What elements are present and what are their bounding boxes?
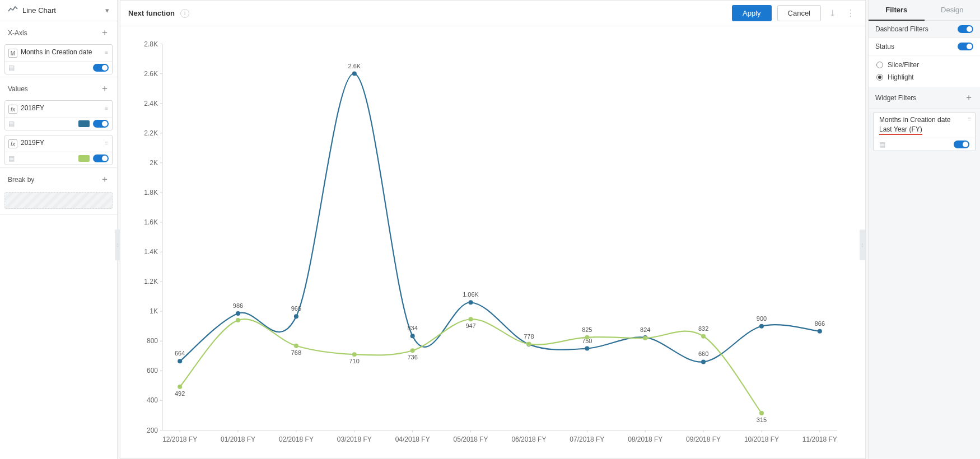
field-toggle[interactable] — [93, 64, 109, 72]
series-color-swatch[interactable] — [78, 155, 90, 162]
svg-point-95 — [759, 411, 764, 415]
add-widget-filter-button[interactable]: ＋ — [964, 92, 973, 104]
svg-point-60 — [352, 72, 357, 76]
svg-point-81 — [294, 344, 298, 348]
svg-text:866: 866 — [815, 320, 825, 327]
svg-text:800: 800 — [147, 337, 158, 345]
svg-point-64 — [469, 300, 473, 305]
chart-area: 2004006008001K1.2K1.4K1.6K1.8K2K2.2K2.4K… — [120, 26, 865, 459]
svg-point-89 — [526, 342, 531, 346]
svg-text:01/2018 FY: 01/2018 FY — [221, 435, 255, 443]
tab-design[interactable]: Design — [925, 0, 981, 20]
left-panel: Line Chart ▾ X-Axis ＋ M Months in Creati… — [0, 0, 118, 459]
svg-text:09/2018 FY: 09/2018 FY — [686, 435, 721, 443]
tab-filters[interactable]: Filters — [869, 0, 925, 21]
svg-point-83 — [352, 352, 357, 357]
xaxis-item-label: Months in Creation date — [21, 48, 92, 57]
svg-text:03/2018 FY: 03/2018 FY — [337, 435, 372, 443]
svg-point-72 — [701, 359, 706, 364]
chart-type-selector[interactable]: Line Chart ▾ — [0, 0, 117, 21]
radio-highlight[interactable]: Highlight — [869, 71, 980, 83]
radio-slice-filter[interactable]: Slice/Filter — [869, 59, 980, 71]
widget-filter-value[interactable]: Last Year (FY) — [874, 125, 975, 138]
svg-text:11/2018 FY: 11/2018 FY — [802, 435, 837, 443]
svg-point-68 — [585, 346, 589, 351]
svg-text:664: 664 — [175, 350, 185, 357]
svg-text:824: 824 — [640, 326, 650, 333]
drag-handle-icon[interactable]: ≡ — [105, 105, 109, 111]
filter-icon[interactable]: ▤ — [8, 154, 15, 162]
filter-icon[interactable]: ▤ — [879, 140, 885, 148]
widget-filters-label: Widget Filters — [875, 94, 916, 102]
right-panel-tabs: Filters Design — [869, 0, 980, 21]
drag-handle-icon[interactable]: ≡ — [968, 116, 972, 122]
radio-icon — [876, 62, 883, 68]
svg-text:1.8K: 1.8K — [144, 189, 158, 196]
svg-text:04/2018 FY: 04/2018 FY — [395, 435, 430, 443]
svg-point-93 — [701, 334, 706, 339]
svg-text:1.6K: 1.6K — [144, 218, 158, 226]
xaxis-title: X-Axis — [8, 29, 27, 37]
value-item-2019[interactable]: fx 2019FY ≡ ▤ — [4, 135, 113, 165]
drag-handle-icon[interactable]: ≡ — [105, 49, 109, 55]
svg-text:1.06K: 1.06K — [463, 291, 479, 298]
dashboard-filters-toggle[interactable] — [958, 25, 973, 33]
svg-text:966: 966 — [291, 305, 301, 312]
radio-icon — [876, 74, 883, 81]
right-panel: Filters Design Dashboard Filters Status … — [868, 0, 980, 459]
svg-text:2.6K: 2.6K — [144, 70, 158, 78]
add-xaxis-button[interactable]: ＋ — [100, 27, 109, 39]
export-icon[interactable]: ⤓ — [827, 8, 838, 18]
svg-text:08/2018 FY: 08/2018 FY — [628, 435, 662, 443]
filter-icon[interactable]: ▤ — [8, 120, 15, 128]
svg-point-92 — [643, 336, 647, 340]
apply-button[interactable]: Apply — [732, 5, 772, 21]
svg-text:05/2018 FY: 05/2018 FY — [454, 435, 488, 443]
svg-text:1K: 1K — [150, 307, 158, 315]
svg-point-62 — [410, 334, 415, 338]
dashboard-filters-label: Dashboard Filters — [875, 25, 928, 33]
values-section: Values ＋ fx 2018FY ≡ ▤ — [0, 77, 117, 168]
svg-text:825: 825 — [582, 326, 592, 333]
breakby-dropzone[interactable] — [4, 192, 113, 209]
add-value-button[interactable]: ＋ — [100, 83, 109, 95]
svg-point-74 — [759, 324, 764, 329]
svg-point-87 — [469, 317, 473, 321]
svg-text:2.6K: 2.6K — [348, 63, 361, 69]
svg-text:710: 710 — [349, 358, 360, 364]
svg-point-58 — [294, 314, 298, 319]
field-toggle[interactable] — [93, 120, 109, 128]
radio-label: Highlight — [888, 73, 914, 81]
value-item-label: 2019FY — [21, 139, 44, 148]
svg-text:492: 492 — [175, 390, 185, 397]
xaxis-item[interactable]: M Months in Creation date ≡ ▤ — [4, 44, 113, 74]
status-label: Status — [875, 43, 894, 50]
svg-text:947: 947 — [465, 322, 475, 329]
filter-icon[interactable]: ▤ — [8, 64, 15, 72]
main-panel: Next function i Apply Cancel ⤓ ⋮ 2004006… — [120, 0, 866, 459]
series-color-swatch[interactable] — [78, 120, 90, 127]
line-chart: 2004006008001K1.2K1.4K1.6K1.8K2K2.2K2.4K… — [132, 38, 848, 453]
more-menu-icon[interactable]: ⋮ — [844, 8, 857, 18]
xaxis-section: X-Axis ＋ M Months in Creation date ≡ ▤ — [0, 21, 117, 77]
status-toggle[interactable] — [958, 43, 973, 50]
widget-title: Next function — [128, 9, 175, 17]
add-breakby-button[interactable]: ＋ — [100, 174, 109, 185]
drag-handle-icon[interactable]: ≡ — [105, 140, 109, 146]
value-item-2018[interactable]: fx 2018FY ≡ ▤ — [4, 100, 113, 130]
status-row: Status — [869, 38, 980, 55]
svg-text:834: 834 — [408, 325, 418, 331]
value-item-label: 2018FY — [21, 104, 44, 113]
svg-text:600: 600 — [147, 367, 158, 374]
svg-point-78 — [178, 385, 182, 389]
cancel-button[interactable]: Cancel — [777, 5, 821, 21]
widget-filter-item[interactable]: Months in Creation date ≡ Last Year (FY)… — [873, 112, 976, 151]
svg-text:660: 660 — [698, 350, 708, 357]
field-toggle[interactable] — [93, 154, 109, 162]
widget-filter-toggle[interactable] — [954, 140, 969, 148]
left-panel-collapse-handle[interactable]: ⋮ — [115, 230, 120, 260]
svg-text:736: 736 — [408, 354, 418, 360]
right-panel-collapse-handle[interactable]: ⋮ — [860, 230, 865, 260]
info-icon[interactable]: i — [180, 9, 189, 18]
svg-text:778: 778 — [524, 333, 534, 340]
